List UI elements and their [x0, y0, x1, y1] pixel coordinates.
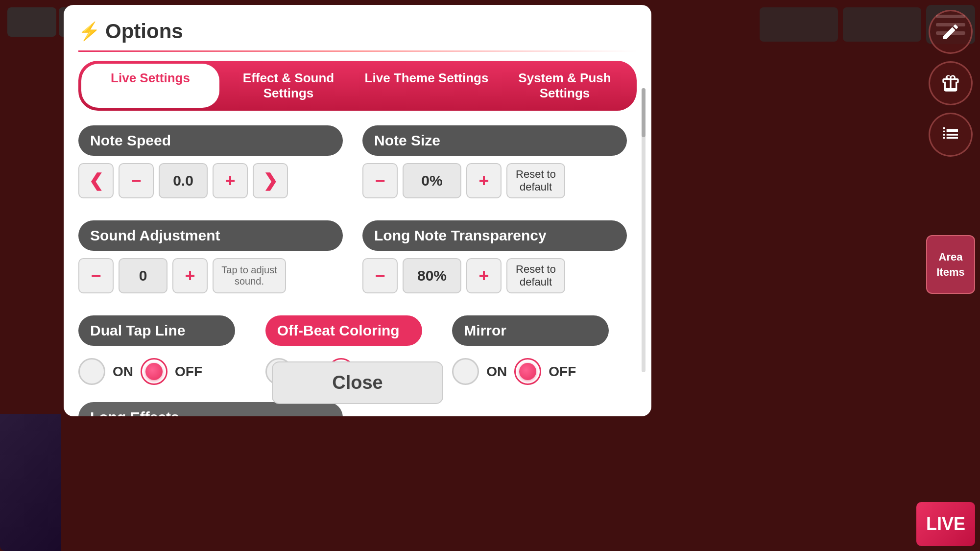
options-title: Options — [105, 20, 183, 43]
long-effects-partial: Long Effects — [78, 402, 343, 416]
close-button[interactable]: Close — [272, 361, 443, 404]
note-size-controls: − 0% + Reset to default — [362, 163, 627, 198]
note-size-reset-label: Reset to default — [516, 168, 556, 194]
area-items-label-2: Items — [936, 266, 964, 279]
note-speed-header: Note Speed — [78, 125, 343, 156]
dual-tap-on-radio[interactable] — [78, 358, 105, 385]
gift-icon — [941, 73, 960, 93]
mirror-on-radio[interactable] — [452, 358, 479, 385]
top-right-btn-1[interactable] — [760, 7, 838, 42]
note-speed-prev-btn[interactable]: ❮ — [78, 163, 114, 198]
sound-adjustment-controls: − 0 + Tap to adjust sound. — [78, 258, 343, 293]
tab-effect-sound[interactable]: Effect & Sound Settings — [219, 64, 358, 108]
lnt-minus-btn[interactable]: − — [362, 258, 398, 293]
top-ctrl-1[interactable] — [7, 7, 56, 37]
sound-adj-minus-btn[interactable]: − — [78, 258, 114, 293]
options-modal: ⚡ Options Live Settings Effect & Sound S… — [64, 5, 651, 416]
lnt-plus-btn[interactable]: + — [466, 258, 502, 293]
lightning-icon: ⚡ — [78, 21, 100, 42]
mirror-off-radio[interactable] — [514, 358, 541, 385]
lnt-value: 80% — [403, 258, 461, 293]
tab-live-settings[interactable]: Live Settings — [81, 64, 219, 108]
dual-tap-off-label: OFF — [175, 364, 202, 380]
dual-tap-line-group: Dual Tap Line ON OFF — [78, 315, 253, 390]
area-items-button[interactable]: Area Items — [926, 235, 975, 294]
mirror-group: Mirror ON OFF — [452, 315, 627, 390]
top-right-btn-2[interactable] — [843, 7, 921, 42]
note-size-minus-btn[interactable]: − — [362, 163, 398, 198]
note-speed-value: 0.0 — [159, 163, 208, 198]
note-speed-plus-btn[interactable]: + — [213, 163, 248, 198]
sound-adj-value: 0 — [119, 258, 167, 293]
character-thumbnail — [0, 414, 61, 551]
note-speed-minus-btn[interactable]: − — [119, 163, 154, 198]
long-note-transparency-header: Long Note Transparency — [362, 220, 627, 251]
scrollbar[interactable] — [642, 88, 645, 372]
note-size-reset-btn[interactable]: Reset to default — [506, 163, 565, 198]
note-size-section: Note Size − 0% + Reset to default — [362, 125, 627, 208]
sound-adjustment-section: Sound Adjustment − 0 + Tap to adjust sou… — [78, 220, 343, 303]
list-icon-btn[interactable] — [929, 113, 973, 157]
list-icon — [941, 125, 960, 144]
lnt-reset-btn[interactable]: Reset to default — [506, 258, 565, 293]
note-speed-next-btn[interactable]: ❯ — [253, 163, 288, 198]
note-speed-section: Note Speed ❮ − 0.0 + ❯ — [78, 125, 343, 208]
note-speed-controls: ❮ − 0.0 + ❯ — [78, 163, 343, 198]
sound-adj-tap-hint[interactable]: Tap to adjust sound. — [213, 258, 286, 293]
long-effects-header: Long Effects — [78, 402, 343, 416]
scrollbar-thumb[interactable] — [642, 88, 645, 137]
lnt-reset-label: Reset to default — [516, 263, 556, 289]
tab-system-push[interactable]: System & Push Settings — [496, 64, 634, 108]
mirror-off-label: OFF — [549, 364, 576, 380]
off-beat-coloring-header: Off-Beat Coloring — [265, 315, 422, 346]
dual-tap-line-header: Dual Tap Line — [78, 315, 235, 346]
sound-adjustment-header: Sound Adjustment — [78, 220, 343, 251]
live-button[interactable]: LIVE — [916, 502, 975, 546]
tab-bar: Live Settings Effect & Sound Settings Li… — [78, 61, 637, 111]
note-size-header: Note Size — [362, 125, 627, 156]
note-size-value: 0% — [403, 163, 461, 198]
dual-tap-line-toggles: ON OFF — [78, 353, 253, 390]
mirror-toggles: ON OFF — [452, 353, 627, 390]
note-size-plus-btn[interactable]: + — [466, 163, 502, 198]
area-items-label-1: Area — [939, 251, 963, 264]
mirror-header: Mirror — [452, 315, 609, 346]
long-note-transparency-section: Long Note Transparency − 80% + Reset to … — [362, 220, 627, 303]
dual-tap-off-radio[interactable] — [141, 358, 167, 385]
options-header: ⚡ Options — [78, 20, 637, 43]
header-divider — [78, 50, 637, 52]
sound-adj-plus-btn[interactable]: + — [172, 258, 208, 293]
top-right-controls — [760, 7, 921, 42]
tab-live-theme[interactable]: Live Theme Settings — [358, 64, 496, 108]
edit-icon — [941, 22, 960, 42]
edit-icon-btn[interactable] — [929, 10, 973, 54]
gift-icon-btn[interactable] — [929, 61, 973, 105]
long-note-transparency-controls: − 80% + Reset to default — [362, 258, 627, 293]
close-button-container: Close — [272, 361, 443, 404]
mirror-on-label: ON — [486, 364, 507, 380]
dual-tap-on-label: ON — [113, 364, 133, 380]
live-label: LIVE — [926, 514, 965, 534]
